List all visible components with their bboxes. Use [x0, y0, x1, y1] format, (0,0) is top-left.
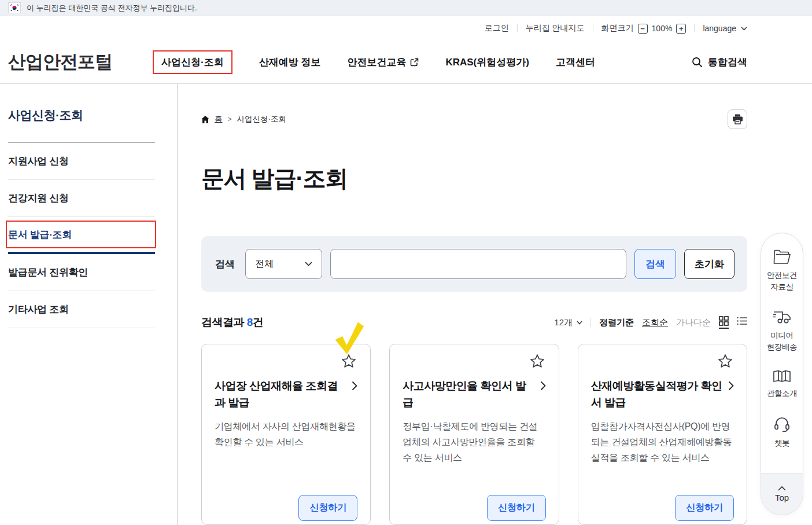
sidebar: 사업신청·조회 지원사업 신청 건강지원 신청 문서 발급·조회 발급문서 진위…: [0, 84, 178, 525]
nav-item-label: 안전보건교육: [347, 56, 406, 69]
card-title-link[interactable]: 사고사망만인율 확인서 발급: [403, 377, 545, 412]
favorite-star-icon[interactable]: [529, 353, 546, 369]
quick-menu-label: 챗봇: [774, 438, 789, 449]
global-search-button[interactable]: 통합검색: [692, 56, 747, 69]
top-label: Top: [775, 493, 789, 502]
nav-item-label: KRAS(위험성평가): [445, 56, 529, 69]
search-label: 검색: [215, 258, 235, 271]
nav-item-safety-education[interactable]: 안전보건교육: [347, 56, 419, 69]
printer-icon: [732, 114, 743, 124]
sidebar-item-support-apply[interactable]: 지원사업 신청: [8, 143, 155, 180]
nav-item-accident-prevention[interactable]: 산재예방 정보: [259, 56, 321, 69]
result-count: 검색결과 8건: [201, 315, 263, 330]
quick-menu-media-delivery[interactable]: 미디어 현장배송: [767, 310, 797, 353]
apply-button[interactable]: 신청하기: [675, 495, 734, 521]
result-count-prefix: 검색결과: [201, 316, 247, 328]
favorite-star-icon[interactable]: [340, 353, 357, 369]
reset-button[interactable]: 초기화: [684, 249, 735, 279]
sidebar-item-label: 기타사업 조회: [8, 303, 69, 316]
zoom-in-button[interactable]: +: [676, 24, 686, 34]
main-content: 홈 > 사업신청·조회 문서 발급·조회 검색 전체 검색: [178, 84, 812, 525]
chevron-right-icon: [352, 381, 357, 391]
chevron-down-icon: [741, 27, 747, 31]
sidebar-item-document-issuance[interactable]: 문서 발급·조회: [8, 217, 155, 254]
quick-menu-label: 안전보건 자료실: [767, 270, 797, 292]
sidebar-title: 사업신청·조회: [8, 84, 155, 143]
divider: [593, 24, 593, 32]
apply-button[interactable]: 신청하기: [298, 495, 357, 521]
sidebar-item-health-apply[interactable]: 건강지원 신청: [8, 180, 155, 217]
search-input[interactable]: [330, 249, 626, 279]
card-title: 사고사망만인율 확인서 발급: [403, 377, 534, 412]
nav-item-customer-center[interactable]: 고객센터: [556, 56, 595, 69]
zoom-level-value: 100%: [652, 24, 673, 33]
nav-item-kras[interactable]: KRAS(위험성평가): [445, 56, 529, 69]
search-filter-value: 전체: [255, 258, 274, 270]
breadcrumb-current: 사업신청·조회: [237, 114, 287, 124]
sort-by-views-link[interactable]: 조회순: [642, 317, 668, 328]
list-view-icon[interactable]: [737, 317, 747, 328]
quick-menu-label: 관할소개: [767, 388, 797, 399]
divider: [590, 318, 591, 327]
book-icon: [773, 370, 791, 383]
sidebar-item-label: 발급문서 진위확인: [8, 266, 88, 279]
card-description: 입찰참가자격사전심사(PQ)에 반영되는 건설업체의 산업재해예방활동 실적을 …: [591, 418, 734, 466]
page-size-select[interactable]: 12개: [554, 317, 582, 328]
language-selector[interactable]: language: [703, 24, 747, 33]
grid-view-icon[interactable]: [719, 316, 729, 329]
zoom-out-button[interactable]: −: [638, 24, 648, 34]
card-title-link[interactable]: 산재예방활동실적평가 확인서 발급: [591, 377, 734, 412]
nav-item-business-apply[interactable]: 사업신청·조회: [153, 50, 232, 74]
card-fatality-rate: 사고사망만인율 확인서 발급 정부입·낙찰제도에 반영되는 건설업체의 사고사망…: [389, 344, 559, 525]
favorite-star-icon[interactable]: [717, 353, 734, 369]
sort-label: 정렬기준: [599, 317, 634, 328]
results-header: 검색결과 8건 12개 정렬기준 조회순 가나다순: [201, 315, 747, 330]
breadcrumb-separator: >: [228, 115, 232, 123]
headset-icon: [774, 417, 790, 432]
quick-menu-safety-library[interactable]: 안전보건 자료실: [767, 249, 797, 292]
sidebar-item-document-verify[interactable]: 발급문서 진위확인: [8, 254, 155, 291]
divider: [517, 24, 518, 32]
breadcrumb-home[interactable]: 홈: [215, 114, 223, 124]
card-accident-rate: 사업장 산업재해율 조회결과 발급 기업체에서 자사의 산업재해현황을 확인할 …: [201, 344, 371, 525]
chevron-up-icon: [778, 486, 786, 491]
search-button[interactable]: 검색: [634, 249, 676, 279]
quick-menu-jurisdiction[interactable]: 관할소개: [767, 370, 797, 399]
scroll-to-top-button[interactable]: Top: [761, 473, 803, 515]
nav-item-label: 사업신청·조회: [161, 56, 224, 69]
truck-icon: [773, 310, 791, 325]
card-description: 기업체에서 자사의 산업재해현황을 확인할 수 있는 서비스: [215, 418, 357, 450]
search-filter-select[interactable]: 전체: [245, 249, 322, 279]
sort-by-name-link[interactable]: 가나다순: [676, 317, 711, 328]
screen-zoom-control: 화면크기 − 100% +: [601, 23, 686, 34]
result-count-unit: 건: [253, 316, 264, 328]
chevron-down-icon: [305, 262, 312, 266]
site-header: 산업안전포털 사업신청·조회 산재예방 정보 안전보건교육 KRAS(위험성평가…: [0, 41, 812, 84]
sidebar-item-label: 건강지원 신청: [8, 192, 69, 205]
sidebar-item-other-business[interactable]: 기타사업 조회: [8, 291, 155, 328]
print-button[interactable]: [728, 109, 747, 129]
korean-flag-icon: [8, 2, 21, 13]
result-card-grid: 사업장 산업재해율 조회결과 발급 기업체에서 자사의 산업재해현황을 확인할 …: [201, 344, 747, 525]
sidebar-item-label: 문서 발급·조회: [8, 228, 72, 241]
chevron-down-icon: [577, 321, 582, 325]
login-link[interactable]: 로그인: [485, 23, 509, 34]
result-count-number: 8: [247, 316, 253, 328]
quick-menu-chatbot[interactable]: 챗봇: [774, 417, 790, 449]
site-logo[interactable]: 산업안전포털: [8, 50, 112, 74]
card-title-link[interactable]: 사업장 산업재해율 조회결과 발급: [215, 377, 357, 412]
card-title: 산재예방활동실적평가 확인서 발급: [591, 377, 722, 412]
quick-menu-rail: 안전보건 자료실 미디어 현장배송 관할소개: [761, 233, 803, 515]
language-label: language: [703, 24, 736, 33]
card-description: 정부입·낙찰제도에 반영되는 건설업체의 사고사망만인율을 조회할 수 있는 서…: [403, 418, 545, 466]
screen-zoom-label: 화면크기: [601, 23, 634, 34]
global-search-label: 통합검색: [708, 56, 747, 69]
breadcrumb: 홈 > 사업신청·조회: [201, 114, 286, 124]
apply-button[interactable]: 신청하기: [487, 495, 546, 521]
home-icon[interactable]: [201, 116, 209, 123]
sitemap-link[interactable]: 누리집 안내지도: [526, 23, 585, 34]
gov-banner-text: 이 누리집은 대한민국 공식 전자정부 누리집입니다.: [27, 3, 197, 13]
divider: [694, 24, 695, 32]
folder-icon: [773, 249, 791, 265]
page-size-value: 12개: [554, 317, 573, 328]
